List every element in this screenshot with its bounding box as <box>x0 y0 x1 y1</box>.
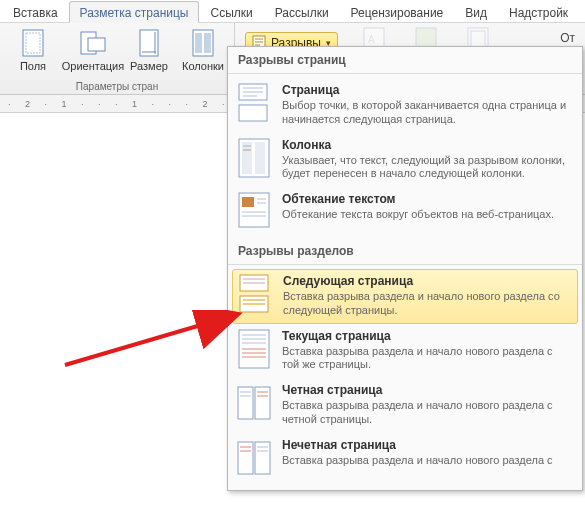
ribbon-tabs: Вставка Разметка страницы Ссылки Рассылк… <box>0 0 585 23</box>
columns-button[interactable]: Колонки <box>178 27 228 72</box>
margins-button[interactable]: Поля <box>6 27 60 72</box>
menu-item-page-break[interactable]: Страница Выбор точки, в которой заканчив… <box>228 78 582 133</box>
menu-item-title: Обтекание текстом <box>282 192 572 206</box>
svg-rect-3 <box>88 38 105 51</box>
tab-review[interactable]: Рецензирование <box>340 1 455 23</box>
menu-item-title: Текущая страница <box>282 329 572 343</box>
menu-item-desc: Выбор точки, в которой заканчивается одн… <box>282 99 572 127</box>
menu-section-sections: Разрывы разделов <box>228 238 582 262</box>
menu-item-title: Колонка <box>282 138 572 152</box>
menu-item-desc: Вставка разрыва раздела и начало нового … <box>282 399 572 427</box>
menu-item-column-break[interactable]: Колонка Указывает, что текст, следующий … <box>228 133 582 188</box>
margins-icon <box>19 29 47 57</box>
even-page-section-icon <box>236 383 272 423</box>
menu-item-text-wrapping-break[interactable]: Обтекание текстом Обтекание текста вокру… <box>228 187 582 238</box>
svg-rect-9 <box>204 33 211 53</box>
svg-rect-20 <box>239 105 267 121</box>
column-break-icon <box>236 138 272 178</box>
menu-item-desc: Указывает, что текст, следующий за разры… <box>282 154 572 182</box>
svg-rect-26 <box>255 142 265 174</box>
tab-insert[interactable]: Вставка <box>2 1 69 23</box>
tab-addins[interactable]: Надстройк <box>498 1 579 23</box>
page-setup-group: Поля Ориентация Размер Колонки <box>0 23 235 94</box>
orientation-button[interactable]: Ориентация <box>66 27 120 72</box>
columns-label: Колонки <box>182 60 224 72</box>
size-button[interactable]: Размер <box>126 27 172 72</box>
svg-text:A: A <box>368 34 375 45</box>
svg-rect-25 <box>242 142 252 174</box>
indent-label: От <box>560 31 575 45</box>
menu-item-desc: Вставка разрыва раздела и начало нового … <box>282 345 572 373</box>
menu-item-odd-page[interactable]: Нечетная страница Вставка разрыва раздел… <box>228 433 582 484</box>
tab-view[interactable]: Вид <box>454 1 498 23</box>
menu-section-pages: Разрывы страниц <box>228 47 582 71</box>
menu-item-even-page[interactable]: Четная страница Вставка разрыва раздела … <box>228 378 582 433</box>
group-caption: Параметры стран <box>76 79 158 92</box>
margins-label: Поля <box>20 60 46 72</box>
orientation-icon <box>79 29 107 57</box>
odd-page-section-icon <box>236 438 272 478</box>
menu-item-title: Следующая страница <box>283 274 571 288</box>
menu-item-title: Четная страница <box>282 383 572 397</box>
size-icon <box>135 29 163 57</box>
menu-item-title: Нечетная страница <box>282 438 572 452</box>
separator <box>228 73 582 74</box>
size-label: Размер <box>130 60 168 72</box>
orientation-label: Ориентация <box>62 60 124 72</box>
next-page-section-icon <box>237 274 273 314</box>
svg-rect-30 <box>242 197 254 207</box>
menu-item-desc: Вставка разрыва раздела и начало нового … <box>283 290 571 318</box>
menu-item-desc: Вставка разрыва раздела и начало нового … <box>282 454 572 468</box>
tab-references[interactable]: Ссылки <box>199 1 263 23</box>
page-break-icon <box>236 83 272 123</box>
columns-icon <box>189 29 217 57</box>
menu-item-title: Страница <box>282 83 572 97</box>
continuous-section-icon <box>236 329 272 369</box>
menu-item-next-page[interactable]: Следующая страница Вставка разрыва разде… <box>232 269 578 324</box>
svg-rect-8 <box>195 33 202 53</box>
tab-mailings[interactable]: Рассылки <box>264 1 340 23</box>
text-wrapping-icon <box>236 192 272 232</box>
menu-item-desc: Обтекание текста вокруг объектов на веб-… <box>282 208 572 222</box>
breaks-menu: Разрывы страниц Страница Выбор точки, в … <box>227 46 583 491</box>
separator <box>228 264 582 265</box>
menu-item-continuous[interactable]: Текущая страница Вставка разрыва раздела… <box>228 324 582 379</box>
tab-page-layout[interactable]: Разметка страницы <box>69 1 200 23</box>
